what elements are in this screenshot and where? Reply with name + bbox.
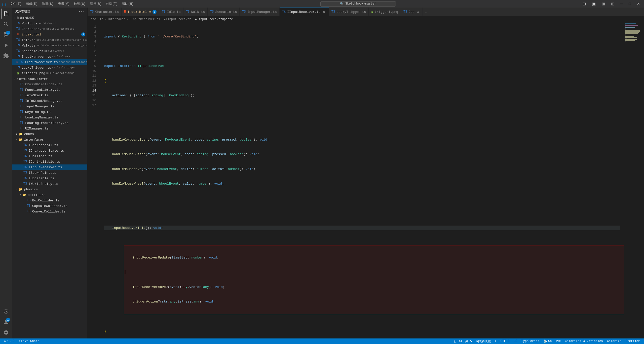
menu-terminal[interactable]: 终端(T) <box>104 1 120 7</box>
file-ispawnpoint[interactable]: TS ISpawnPoint.ts <box>12 170 87 176</box>
status-golive[interactable]: 📡 Go Live <box>541 338 563 344</box>
line-num: 11 <box>90 73 96 78</box>
file-inputmanager[interactable]: TS InputManager.ts <box>12 104 87 109</box>
split-icon[interactable]: ⊟ <box>416 10 420 14</box>
file-icontrollable[interactable]: TS IControllable.ts <box>12 159 87 164</box>
sidebar-more-icon[interactable]: ··· <box>79 10 84 13</box>
layout-button[interactable]: ⊟ <box>581 1 588 7</box>
status-tabsize[interactable]: 制表符长度: 4 <box>474 338 499 344</box>
search-bar[interactable]: 🔍 Sketchbook-master <box>320 1 396 7</box>
status-prettier[interactable]: Prettier <box>623 338 642 344</box>
tab-inputmanager[interactable]: TS InputManager.ts <box>240 8 279 16</box>
tab-walk[interactable]: TS Walk.ts <box>183 8 208 16</box>
breadcrumb: src › ts › interfaces › IInputReceiver.t… <box>88 16 644 22</box>
menu-view[interactable]: 查看(V) <box>56 1 72 7</box>
breadcrumb-ts[interactable]: ts <box>100 18 103 21</box>
close-icon[interactable]: ✕ <box>16 60 18 64</box>
menu-file[interactable]: 文件(F) <box>8 1 24 7</box>
file-crossobjectindex[interactable]: TS CrossObjectIndex.ts <box>12 81 87 87</box>
status-colorize[interactable]: Colorize <box>605 338 624 344</box>
tab-cap[interactable]: TS Cap ⊟ <box>401 8 423 16</box>
file-icharacterstate[interactable]: TS ICharacterState.ts <box>12 148 87 153</box>
open-editor-idle[interactable]: TS Idle.ts src\ts\characters\character_s… <box>12 37 87 43</box>
minimize-button[interactable]: ─ <box>618 1 625 7</box>
open-editor-scenario[interactable]: TS Scenario.ts src\ts\world <box>12 48 87 54</box>
settings-activity-icon[interactable] <box>1 327 11 337</box>
folder-interfaces[interactable]: ▾ 📂 interfaces <box>12 137 87 142</box>
file-icollider[interactable]: TS ICollider.ts <box>12 153 87 159</box>
menu-select[interactable]: 选择(S) <box>40 1 56 7</box>
file-iworldentity[interactable]: TS IWorldEntity.ts <box>12 181 87 187</box>
breadcrumb-file[interactable]: IInputReceiver.ts <box>129 18 160 21</box>
menu-edit[interactable]: 编辑(E) <box>24 1 40 7</box>
tab-index[interactable]: H index.html ● 1 <box>122 8 159 16</box>
file-infostackmessage[interactable]: TS InfoStackMessage.ts <box>12 98 87 104</box>
remote-icon[interactable] <box>1 306 11 316</box>
layout-button2[interactable]: ▣ <box>590 1 598 7</box>
status-encoding[interactable]: UTF-8 <box>499 338 512 344</box>
open-editor-inputmanager[interactable]: TS InputManager.ts src\ts\core <box>12 54 87 59</box>
source-control-activity-icon[interactable]: 1 <box>1 30 11 40</box>
file-infostack[interactable]: TS InfoStack.ts <box>12 93 87 98</box>
tab-luckytrigger[interactable]: TS LuckyTrigger.ts <box>329 8 369 16</box>
status-language[interactable]: TypeScript <box>519 338 541 344</box>
status-liveshare[interactable]: ↕ Live Share <box>16 338 41 344</box>
file-convexcollider[interactable]: TS ConvexCollider.ts <box>12 209 87 214</box>
folder-colliders[interactable]: ▾ 📂 colliders <box>12 192 87 198</box>
project-header[interactable]: ▾ SKETCHBOOK-MASTER <box>12 77 87 81</box>
run-debug-activity-icon[interactable] <box>1 40 11 50</box>
file-loadingmanager[interactable]: TS LoadingManager.ts <box>12 115 87 120</box>
ts-icon: TS <box>27 209 31 213</box>
code-content[interactable]: import { KeyBinding } from '../core/KeyB… <box>100 22 624 338</box>
file-path: src\ts\world <box>44 50 64 53</box>
tab-character[interactable]: TS Character.ts <box>88 8 122 16</box>
breadcrumb-symbol2[interactable]: ◆ inputReceiverUpdate <box>195 17 233 21</box>
file-iupdatable[interactable]: TS IUpdatable.ts <box>12 176 87 181</box>
open-editor-character[interactable]: TS Character.ts src\ts\characters <box>12 26 87 32</box>
tab-scenario[interactable]: TS Scenario.ts <box>208 8 240 16</box>
status-errors[interactable]: ⊗ 1 ⚠ 2 <box>2 338 16 344</box>
file-capsulecollider[interactable]: TS CapsuleCollider.ts <box>12 203 87 209</box>
sidebar-content[interactable]: ▾ 打开的编辑器 TS World.ts src\ts\world TS Cha… <box>12 15 87 338</box>
file-uimanager[interactable]: TS UIManager.ts <box>12 126 87 131</box>
menu-run[interactable]: 运行(R) <box>88 1 104 7</box>
account-activity-icon[interactable]: 1 <box>1 317 11 327</box>
folder-enums[interactable]: ▶ 📁 enums <box>12 131 87 137</box>
menu-help[interactable]: 帮助(H) <box>120 1 136 7</box>
breadcrumb-symbol1[interactable]: ●IInputReceiver <box>164 18 191 21</box>
status-lineending[interactable]: LF <box>512 338 519 344</box>
minimap[interactable] <box>624 22 644 338</box>
tab-close-icon[interactable]: ✕ <box>322 10 326 14</box>
open-editor-world[interactable]: TS World.ts src\ts\world <box>12 21 87 26</box>
layout-button3[interactable]: ⊞ <box>600 1 607 7</box>
tab-iinputreceiver[interactable]: TS IInputReceiver.ts ✕ <box>280 8 329 16</box>
folder-physics[interactable]: ▾ 📂 physics <box>12 187 87 192</box>
open-editor-trigger1[interactable]: ▣ trigger1.png build\assets\imgs <box>12 70 87 76</box>
open-editor-iinputreceiver[interactable]: ✕ TS IInputReceiver.ts src\ts\interfaces <box>12 59 87 65</box>
maximize-button[interactable]: □ <box>627 1 633 7</box>
open-editor-index[interactable]: H index.html 1 <box>12 32 87 37</box>
tab-idle[interactable]: TS Idle.ts <box>159 8 183 16</box>
open-editors-header[interactable]: ▾ 打开的编辑器 <box>12 15 87 21</box>
file-iinputreceiver[interactable]: TS IInputReceiver.ts <box>12 164 87 170</box>
tab-trigger1[interactable]: ▣ trigger1.png <box>369 8 401 16</box>
extensions-activity-icon[interactable] <box>1 51 11 61</box>
layout-button4[interactable]: ⊞ <box>609 1 616 7</box>
file-functionlibrary[interactable]: TS FunctionLibrary.ts <box>12 87 87 93</box>
file-icharacterai[interactable]: TS ICharacterAI.ts <box>12 142 87 148</box>
file-boxcollider[interactable]: TS BoxCollider.ts <box>12 198 87 203</box>
status-colorize3[interactable]: Colorize: 3 variables <box>563 338 605 344</box>
file-keybinding[interactable]: TS KeyBinding.ts <box>12 109 87 115</box>
explorer-activity-icon[interactable] <box>1 9 11 19</box>
breadcrumb-src[interactable]: src <box>91 18 96 21</box>
open-editor-luckytrigger[interactable]: TS LuckyTrigger.ts src\ts\trigger <box>12 65 87 70</box>
menu-goto[interactable]: 转到(G) <box>72 1 88 7</box>
file-loadingtrackerentry[interactable]: TS LoadingTrackerEntry.ts <box>12 120 87 126</box>
tabs-overflow-icon[interactable]: … <box>423 8 429 16</box>
search-activity-icon[interactable] <box>1 19 11 29</box>
file-name: InfoStackMessage.ts <box>25 99 62 103</box>
open-editor-walk[interactable]: TS Walk.ts src\ts\characters\character_s… <box>12 43 87 48</box>
status-position[interactable]: 行 14，列 5 <box>452 338 474 344</box>
close-button[interactable]: ✕ <box>635 1 642 7</box>
breadcrumb-interfaces[interactable]: interfaces <box>107 18 125 21</box>
